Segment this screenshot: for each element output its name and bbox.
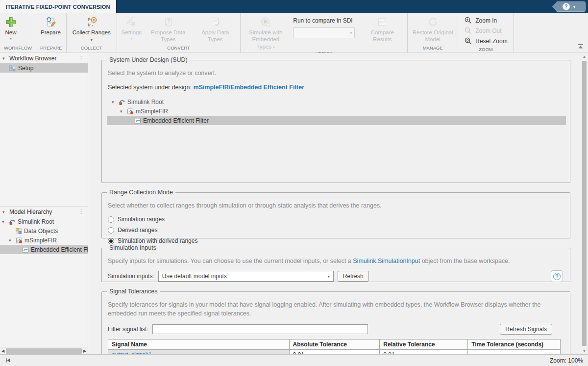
tree-expander-icon[interactable]: ▾ xyxy=(120,109,125,114)
panel-menu-icon[interactable]: ⋮ xyxy=(77,55,85,61)
scrollbar-thumb[interactable] xyxy=(6,348,82,354)
zoom-in-button[interactable]: Zoom In xyxy=(460,15,511,26)
tab-title: ITERATIVE FIXED-POINT CONVERSION xyxy=(6,4,110,10)
toolbar-group-verify: Simulate with Embedded Types ▾ Run to co… xyxy=(241,13,408,52)
signal-name-cell[interactable]: output_signal:1 xyxy=(108,350,290,354)
new-button[interactable]: New ▾ xyxy=(1,14,20,41)
reset-zoom-button[interactable]: Reset Zoom xyxy=(460,36,511,46)
group-label-convert: CONVERT xyxy=(117,45,241,52)
apply-data-types-button[interactable]: Apply Data Types xyxy=(192,14,239,43)
help-button[interactable]: ? ▾ xyxy=(552,1,586,12)
tree-node-label: Simulink Root xyxy=(18,218,54,225)
tree-expander-icon[interactable]: ▾ xyxy=(9,238,14,243)
radio-icon[interactable] xyxy=(108,227,114,234)
signal-tolerances-table: Signal Name Absolute Tolerance Relative … xyxy=(108,339,561,354)
selected-system-link[interactable]: mSimpleFIR/Embedded Efficient Filter xyxy=(193,84,304,91)
scrollbar-thumb[interactable] xyxy=(582,61,587,346)
propose-data-types-button[interactable]: Propose Data Types xyxy=(145,14,192,43)
tab-iterative-fixed-point-conversion[interactable]: ITERATIVE FIXED-POINT CONVERSION xyxy=(0,0,117,13)
panel-menu-icon[interactable]: ⋮ xyxy=(77,209,85,214)
tree-expander-icon[interactable]: ▾ xyxy=(112,100,117,105)
prepare-icon xyxy=(44,16,57,28)
prepare-button[interactable]: Prepare xyxy=(38,14,64,36)
help-icon: ? xyxy=(553,273,561,280)
collapse-left-icon[interactable] xyxy=(5,357,11,364)
toolbar-group-prepare: Prepare PREPARE xyxy=(36,13,67,52)
refresh-button[interactable]: Refresh xyxy=(338,271,369,282)
col-header-relative-tolerance[interactable]: Relative Tolerance xyxy=(380,340,468,350)
zoom-in-label: Zoom In xyxy=(475,17,497,24)
workflow-browser-header[interactable]: ▾ Workflow Browser ⋮ xyxy=(0,53,88,63)
radio-icon[interactable] xyxy=(108,216,114,223)
simulation-inputs-description: Specify inputs for simulations. You can … xyxy=(108,257,563,265)
refresh-signals-button[interactable]: Refresh Signals xyxy=(500,324,552,335)
sud-node-msimplefir[interactable]: ▾ mSimpleFIR xyxy=(107,106,566,116)
data-objects-icon xyxy=(15,228,22,235)
setup-icon xyxy=(9,65,16,72)
tree-node-msimplefir[interactable]: ▾ mSimpleFIR xyxy=(0,235,88,245)
tree-node-label: Data Objects xyxy=(24,228,58,235)
relative-tolerance-cell[interactable]: 0.01 xyxy=(380,350,468,354)
tree-node-simulink-root[interactable]: ▾ Simulink Root xyxy=(0,217,88,226)
radio-checked-icon[interactable] xyxy=(108,238,114,244)
toolbar-group-zoom: Zoom In Zoom Out Reset Zoom xyxy=(458,13,514,52)
dropdown-caret-icon: ▾ xyxy=(91,38,93,42)
simulation-inputs-combo[interactable]: Use default model inputs ▾ xyxy=(158,271,334,282)
col-header-time-tolerance[interactable]: Time Tolerance (seconds) xyxy=(468,340,561,350)
help-icon: ? xyxy=(563,3,570,10)
green-plus-icon xyxy=(4,16,17,28)
scroll-right-icon[interactable]: ▶ xyxy=(82,349,88,353)
collapse-arrow-icon[interactable]: ▾ xyxy=(2,56,7,61)
workflow-item-setup[interactable]: Setup xyxy=(0,63,88,73)
prepare-label: Prepare xyxy=(41,29,61,36)
combo-value: Use default model inputs xyxy=(162,273,227,280)
scroll-left-icon[interactable]: ◀ xyxy=(0,349,6,353)
zoom-out-button[interactable]: Zoom Out xyxy=(460,26,511,36)
filter-signal-input[interactable] xyxy=(152,324,368,334)
collect-ranges-label: Collect Ranges ▾ xyxy=(71,29,112,43)
radio-label: Derived ranges xyxy=(118,227,157,234)
sidebar-horizontal-scrollbar[interactable]: ◀ ▶ xyxy=(0,347,88,354)
scroll-up-icon[interactable]: ▲ xyxy=(581,53,588,60)
collect-ranges-button[interactable]: Collect Ranges ▾ xyxy=(68,14,115,43)
settings-button[interactable]: Settings ▾ xyxy=(119,14,145,41)
time-tolerance-cell[interactable] xyxy=(468,350,561,354)
simulink-root-icon xyxy=(119,99,125,105)
simulationinput-link[interactable]: Simulink.SimulationInput xyxy=(353,258,420,264)
col-header-absolute-tolerance[interactable]: Absolute Tolerance xyxy=(289,340,380,350)
selected-system-label: Selected system under design: xyxy=(108,84,192,91)
range-collection-description: Select whether to collect ranges through… xyxy=(108,201,563,210)
simulate-embedded-button[interactable]: Simulate with Embedded Types ▾ xyxy=(242,14,289,50)
tree-node-data-objects[interactable]: Data Objects xyxy=(0,226,88,235)
compare-results-button[interactable]: Compare Results xyxy=(359,14,406,43)
sdi-combo[interactable]: ▾ xyxy=(293,27,355,38)
workflow-browser-title: Workflow Browser xyxy=(9,55,75,62)
subsystem-icon xyxy=(22,246,29,253)
absolute-tolerance-cell[interactable]: 0.01 xyxy=(289,350,380,354)
radio-simulation-ranges[interactable]: Simulation ranges xyxy=(108,214,563,224)
workflow-browser-panel: ▾ Workflow Browser ⋮ Setup xyxy=(0,53,88,206)
restore-icon xyxy=(426,16,439,28)
tree-expander-icon[interactable]: ▾ xyxy=(2,219,7,224)
model-hierarchy-header[interactable]: ▾ Model Hierarchy ⋮ xyxy=(0,207,88,217)
tree-node-embedded-efficient-filter[interactable]: Embedded Efficient Filter xyxy=(0,245,88,254)
radio-derived-ranges[interactable]: Derived ranges xyxy=(108,225,563,235)
reset-zoom-icon xyxy=(464,37,472,45)
signal-tolerances-section: Signal Tolerances Specify tolerances for… xyxy=(101,288,570,354)
collapse-arrow-icon[interactable]: ▾ xyxy=(2,209,7,214)
collapse-toolbar-icon xyxy=(577,43,585,50)
sud-node-simulink-root[interactable]: ▾ Simulink Root xyxy=(107,97,566,106)
col-header-signal-name[interactable]: Signal Name xyxy=(108,340,290,350)
main-vertical-scrollbar[interactable]: ▲ ▼ xyxy=(581,53,588,354)
sud-section: System Under Design (SUD) Select the sys… xyxy=(101,56,570,183)
range-collection-section: Range Collection Mode Select whether to … xyxy=(101,189,570,238)
scroll-down-icon[interactable]: ▼ xyxy=(581,347,588,354)
simulate-embedded-label: Simulate with Embedded Types ▾ xyxy=(245,29,286,50)
collapse-toolbar-button[interactable] xyxy=(577,43,585,51)
sud-node-embedded-efficient-filter[interactable]: Embedded Efficient Filter xyxy=(107,116,566,125)
sud-tree: ▾ Simulink Root ▾ mSimpleFIR xyxy=(107,97,566,125)
propose-data-types-icon xyxy=(162,16,174,28)
restore-original-model-button[interactable]: Restore Original Model xyxy=(409,14,456,43)
section-help-button[interactable]: ? xyxy=(551,270,563,282)
subsystem-icon xyxy=(134,117,141,124)
